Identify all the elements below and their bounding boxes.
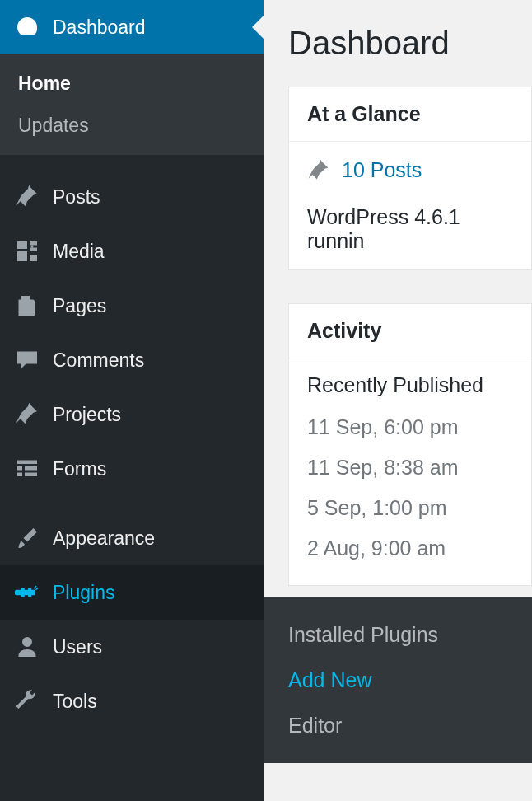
activity-date: 2 Aug, 9:00 am (307, 536, 513, 560)
sidebar-label-comments: Comments (53, 349, 144, 372)
sidebar-label-appearance: Appearance (53, 527, 155, 550)
sidebar-item-pages[interactable]: Pages (0, 279, 264, 333)
dashboard-subnav: Home Updates (0, 54, 264, 155)
admin-sidebar: Dashboard Home Updates Posts Media Pages… (0, 0, 264, 801)
brush-icon (15, 526, 40, 550)
at-a-glance-card: At a Glance 10 Posts WordPress 4.6.1 run… (288, 87, 532, 270)
main-content: Dashboard At a Glance 10 Posts WordPress… (264, 0, 532, 801)
sidebar-item-posts[interactable]: Posts (0, 170, 264, 224)
sidebar-label-plugins: Plugins (53, 582, 114, 604)
at-glance-header: At a Glance (289, 87, 531, 142)
sidebar-item-users[interactable]: Users (0, 620, 264, 674)
activity-header: Activity (289, 304, 531, 358)
comment-icon (15, 348, 40, 372)
sidebar-item-plugins[interactable]: Plugins (0, 565, 264, 620)
sidebar-item-appearance[interactable]: Appearance (0, 511, 264, 565)
posts-count-link[interactable]: 10 Posts (342, 158, 422, 182)
sidebar-label-pages: Pages (53, 295, 106, 317)
forms-icon (15, 457, 40, 481)
activity-card: Activity Recently Published 11 Sep, 6:00… (288, 303, 532, 586)
sidebar-label-dashboard: Dashboard (53, 16, 146, 39)
dashboard-icon (15, 15, 40, 40)
flyout-installed-plugins[interactable]: Installed Plugins (264, 612, 532, 658)
activity-date: 11 Sep, 6:00 pm (307, 415, 513, 439)
activity-date: 5 Sep, 1:00 pm (307, 496, 513, 520)
pin-icon (15, 185, 40, 209)
sidebar-label-users: Users (53, 636, 102, 658)
pages-icon (15, 293, 40, 318)
sidebar-label-projects: Projects (53, 404, 121, 426)
flyout-editor[interactable]: Editor (264, 703, 532, 748)
wp-version-text: WordPress 4.6.1 runnin (307, 205, 513, 253)
activity-date: 11 Sep, 8:38 am (307, 456, 513, 480)
pin-icon (307, 159, 330, 182)
media-icon (15, 239, 40, 264)
plugins-flyout: Installed Plugins Add New Editor (264, 597, 532, 763)
sidebar-item-tools[interactable]: Tools (0, 674, 264, 728)
sidebar-label-forms: Forms (53, 458, 106, 480)
subnav-item-updates[interactable]: Updates (0, 105, 264, 147)
recently-published-title: Recently Published (307, 373, 513, 397)
flyout-add-new[interactable]: Add New (264, 658, 532, 703)
pin-icon (15, 402, 40, 427)
subnav-item-home[interactable]: Home (0, 63, 264, 105)
user-icon (15, 635, 40, 659)
sidebar-item-dashboard[interactable]: Dashboard (0, 0, 264, 54)
sidebar-item-forms[interactable]: Forms (0, 442, 264, 496)
wrench-icon (15, 689, 40, 714)
sidebar-item-comments[interactable]: Comments (0, 333, 264, 387)
sidebar-label-posts: Posts (53, 186, 100, 208)
sidebar-item-projects[interactable]: Projects (0, 387, 264, 442)
sidebar-label-tools: Tools (53, 691, 97, 713)
sidebar-label-media: Media (53, 241, 105, 263)
page-title: Dashboard (288, 25, 532, 62)
plug-icon (15, 580, 40, 605)
sidebar-item-media[interactable]: Media (0, 224, 264, 279)
